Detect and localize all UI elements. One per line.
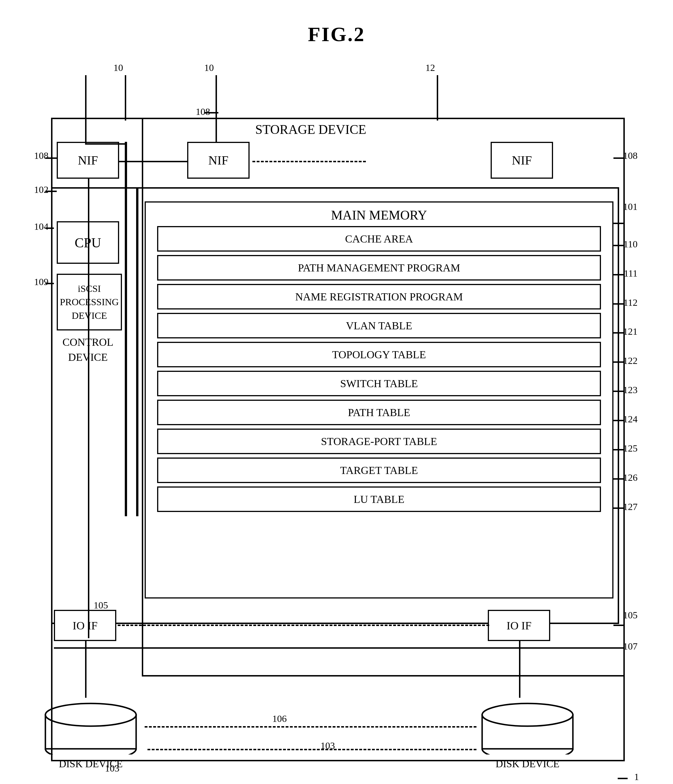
ref-112: 112	[623, 297, 637, 308]
ref-107: 107	[623, 641, 637, 652]
disk-device-right: DISK DEVICE	[476, 698, 578, 770]
main-memory-box: MAIN MEMORY CACHE AREA PATH MANAGEMENT P…	[145, 201, 614, 599]
nif-right-box: NIF	[491, 142, 553, 179]
ref-122: 122	[623, 355, 637, 366]
path-table-box: PATH TABLE	[157, 400, 601, 425]
iscsi-box: iSCSIPROCESSINGDEVICE	[57, 274, 122, 330]
ref-12: 12	[426, 62, 435, 73]
vlan-table-box: VLAN TABLE	[157, 313, 601, 338]
ref-10-right: 10	[204, 62, 214, 73]
ref-101: 101	[623, 201, 637, 212]
ref-106: 106	[272, 713, 287, 724]
ref-123: 123	[623, 385, 637, 395]
main-memory-label: MAIN MEMORY	[146, 202, 612, 226]
ref-111: 111	[624, 268, 637, 279]
ref-103-bottom: 103	[105, 763, 120, 774]
io-if-left-box: IO IF	[54, 610, 116, 641]
page-title: FIG.2	[0, 0, 673, 46]
ref-108-left: 108	[34, 150, 48, 161]
ref-108-right: 108	[623, 150, 637, 161]
ref-108-top: 108	[196, 106, 210, 117]
ref-110: 110	[623, 239, 637, 250]
ref-103-top: 103	[320, 740, 335, 751]
target-table-box: TARGET TABLE	[157, 457, 601, 483]
ref-1: 1	[634, 772, 639, 782]
switch-table-box: SWITCH TABLE	[157, 371, 601, 396]
svg-point-3	[482, 703, 573, 726]
ref-121: 121	[623, 326, 637, 337]
disk-device-left: DISK DEVICE	[40, 698, 142, 770]
ref-125: 125	[623, 443, 637, 454]
lu-table-box: LU TABLE	[157, 487, 601, 512]
svg-point-1	[45, 703, 136, 726]
cache-area-box: CACHE AREA	[157, 226, 601, 252]
diagram-container: 10 10 12 STORAGE DEVICE 108 NIF NIF NIF …	[34, 62, 639, 761]
ref-124: 124	[623, 414, 637, 425]
ref-102: 102	[34, 184, 48, 195]
path-management-box: PATH MANAGEMENT PROGRAM	[157, 255, 601, 280]
storage-port-table-box: STORAGE-PORT TABLE	[157, 429, 601, 454]
ref-109: 109	[34, 277, 48, 287]
ref-127: 127	[623, 501, 637, 512]
topology-table-box: TOPOLOGY TABLE	[157, 342, 601, 367]
ref-105-label: 105	[93, 600, 108, 611]
ref-104: 104	[34, 221, 48, 232]
nif-middle-box: NIF	[187, 142, 250, 179]
io-if-right-box: IO IF	[488, 610, 550, 641]
nif-left-box: NIF	[57, 142, 119, 179]
ref-105-right: 105	[623, 610, 637, 621]
name-registration-box: NAME REGISTRATION PROGRAM	[157, 284, 601, 310]
ref-126: 126	[623, 472, 637, 483]
ref-10-left: 10	[113, 62, 123, 73]
storage-device-label: STORAGE DEVICE	[255, 122, 366, 137]
